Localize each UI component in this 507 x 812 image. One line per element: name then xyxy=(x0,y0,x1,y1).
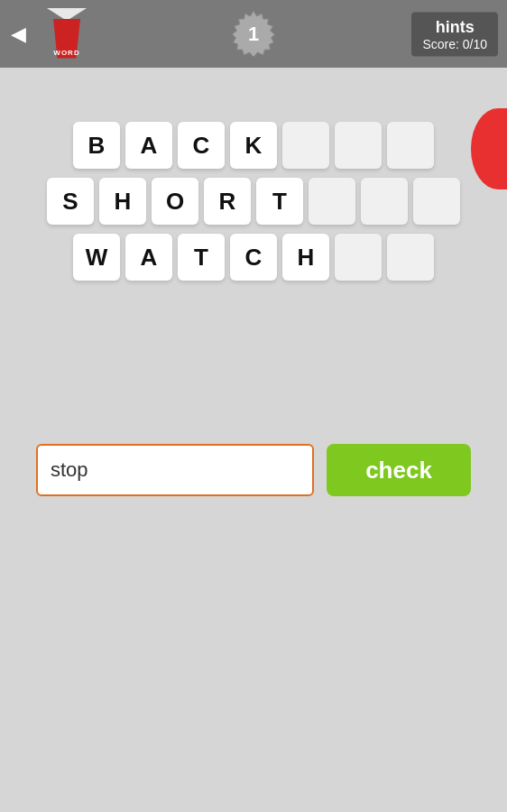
tile-empty-1-1 xyxy=(282,122,329,169)
back-button[interactable]: ◀ xyxy=(0,0,36,68)
tile-c2: C xyxy=(230,234,277,281)
score-label: Score: 0/10 xyxy=(422,36,487,51)
tie-word-label: WORD xyxy=(53,49,79,57)
tile-k: K xyxy=(230,122,277,169)
tile-h: H xyxy=(282,234,329,281)
tile-o: O xyxy=(152,178,198,225)
header-bar: ◀ WORD 1 hints Score: 0/10 xyxy=(0,0,507,68)
tile-empty-1-2 xyxy=(335,122,382,169)
tile-a2: A xyxy=(125,234,172,281)
check-button[interactable]: check xyxy=(327,444,471,496)
tile-t2: T xyxy=(178,234,225,281)
tile-w: W xyxy=(73,234,120,281)
tie-icon: WORD xyxy=(47,8,87,60)
tile-a: A xyxy=(125,122,172,169)
tile-empty-1-3 xyxy=(387,122,434,169)
hints-label: hints xyxy=(422,17,487,36)
level-number: 1 xyxy=(248,23,259,46)
tile-empty-2-1 xyxy=(309,178,355,225)
tile-empty-3-1 xyxy=(335,234,382,281)
app-logo: WORD xyxy=(40,7,94,61)
word-row-1: B A C K xyxy=(73,122,434,169)
hints-panel[interactable]: hints Score: 0/10 xyxy=(411,12,498,56)
input-area: check xyxy=(36,444,471,496)
tie-top xyxy=(47,8,87,21)
tile-r: R xyxy=(204,178,251,225)
tile-s: S xyxy=(47,178,94,225)
tile-empty-3-2 xyxy=(387,234,434,281)
word-row-3: W A T C H xyxy=(73,234,434,281)
back-icon: ◀ xyxy=(11,23,26,46)
tile-empty-2-2 xyxy=(361,178,408,225)
tile-h: H xyxy=(99,178,146,225)
word-input[interactable] xyxy=(36,444,314,496)
tile-t: T xyxy=(256,178,303,225)
tile-empty-2-3 xyxy=(413,178,460,225)
word-row-2: S H O R T xyxy=(47,178,460,225)
level-badge: 1 xyxy=(229,9,279,59)
tile-b: B xyxy=(73,122,120,169)
tile-c: C xyxy=(178,122,225,169)
word-grid: B A C K S H O R T W A T C H xyxy=(0,68,507,281)
